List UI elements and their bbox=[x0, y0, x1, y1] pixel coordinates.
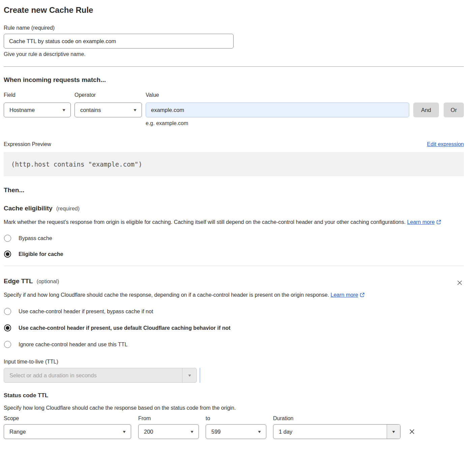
section-divider bbox=[4, 266, 464, 266]
status-code-ttl-section: Status code TTL Specify how long Cloudfl… bbox=[4, 392, 464, 439]
and-button[interactable]: And bbox=[413, 103, 439, 117]
page-title: Create new Cache Rule bbox=[4, 5, 464, 15]
rule-name-help: Give your rule a descriptive name. bbox=[4, 51, 464, 57]
close-icon bbox=[409, 431, 415, 436]
expression-code: (http.host contains "example.com") bbox=[11, 161, 142, 168]
radio-unchecked-icon bbox=[4, 308, 11, 315]
operator-select[interactable]: contains ▼ bbox=[75, 103, 142, 117]
chevron-down-icon: ▼ bbox=[133, 108, 138, 112]
edit-expression-link[interactable]: Edit expression bbox=[427, 141, 464, 147]
chevron-down-icon: ▼ bbox=[122, 430, 127, 434]
required-tag: (required) bbox=[56, 206, 80, 212]
learn-more-link[interactable]: Learn more bbox=[331, 292, 358, 298]
ttl-input-label: Input time-to-live (TTL) bbox=[4, 358, 464, 365]
chevron-down-icon: ▼ bbox=[391, 430, 396, 434]
radio-unchecked-icon bbox=[4, 235, 11, 242]
from-label: From bbox=[138, 415, 206, 422]
select-arrow-box[interactable]: ▼ bbox=[387, 425, 400, 439]
cache-eligibility-heading: Cache eligibility bbox=[4, 204, 53, 212]
field-label: Field bbox=[4, 92, 75, 98]
ttl-duration-select: Select or add a duration in seconds ▼ bbox=[4, 368, 197, 383]
cache-eligibility-description: Mark whether the request's response from… bbox=[4, 217, 464, 228]
then-heading: Then... bbox=[4, 186, 464, 194]
expression-preview-label: Expression Preview bbox=[4, 141, 51, 147]
status-code-controls-row: Range ▼ 200 ▼ 599 ▼ 1 day ▼ bbox=[4, 424, 464, 439]
scope-select-value: Range bbox=[9, 429, 26, 435]
operator-label: Operator bbox=[75, 92, 146, 98]
expression-code-block: (http.host contains "example.com") bbox=[4, 152, 464, 176]
value-label: Value bbox=[146, 92, 159, 98]
ttl-input-caret bbox=[200, 368, 200, 383]
duration-label: Duration bbox=[273, 415, 293, 422]
select-arrow-box: ▼ bbox=[182, 368, 197, 382]
cache-eligibility-section: Cache eligibility (required) Mark whethe… bbox=[4, 204, 464, 258]
match-section: When incoming requests match... Field Op… bbox=[4, 76, 464, 126]
operator-select-value: contains bbox=[80, 107, 101, 113]
external-link-icon bbox=[360, 293, 365, 298]
close-icon bbox=[456, 282, 463, 287]
scope-label: Scope bbox=[4, 415, 138, 422]
radio-unchecked-icon bbox=[4, 341, 11, 348]
or-button[interactable]: Or bbox=[444, 103, 464, 117]
ttl-select-placeholder: Select or add a duration in seconds bbox=[9, 372, 97, 379]
learn-more-link[interactable]: Learn more bbox=[407, 219, 435, 225]
chevron-down-icon: ▼ bbox=[62, 108, 66, 112]
status-code-ttl-description: Specify how long Cloudflare should cache… bbox=[4, 405, 464, 411]
rule-name-section: Rule name (required) Give your rule a de… bbox=[4, 25, 464, 57]
match-heading: When incoming requests match... bbox=[4, 76, 464, 84]
match-controls-row: Hostname ▼ contains ▼ And Or bbox=[4, 103, 464, 117]
duration-select-value: 1 day bbox=[279, 429, 292, 435]
radio-option-ignore-header[interactable]: Ignore cache-control header and use this… bbox=[4, 341, 464, 348]
edge-ttl-section: Edge TTL (optional) Specify if and how l… bbox=[4, 277, 464, 383]
optional-tag: (optional) bbox=[37, 279, 59, 285]
chevron-down-icon: ▼ bbox=[190, 430, 195, 434]
edge-ttl-description: Specify if and how long Cloudflare shoul… bbox=[4, 290, 376, 300]
to-select[interactable]: 599 ▼ bbox=[206, 424, 266, 439]
rule-name-label: Rule name (required) bbox=[4, 25, 464, 31]
to-select-value: 599 bbox=[211, 429, 221, 435]
delete-status-code-row-button[interactable] bbox=[408, 427, 416, 436]
radio-option-eligible-for-cache[interactable]: Eligible for cache bbox=[4, 251, 464, 258]
radio-option-use-header-bypass[interactable]: Use cache-control header if present, byp… bbox=[4, 308, 464, 315]
from-select[interactable]: 200 ▼ bbox=[138, 424, 199, 439]
duration-select[interactable]: 1 day ▼ bbox=[273, 424, 400, 439]
match-column-labels: Field Operator Value bbox=[4, 92, 464, 98]
field-select[interactable]: Hostname ▼ bbox=[4, 103, 71, 117]
status-code-ttl-heading: Status code TTL bbox=[4, 392, 464, 399]
radio-checked-icon bbox=[4, 251, 11, 258]
create-cache-rule-form: Create new Cache Rule Rule name (require… bbox=[0, 0, 476, 464]
close-edge-ttl-button[interactable] bbox=[455, 279, 464, 287]
scope-select[interactable]: Range ▼ bbox=[4, 424, 131, 439]
chevron-down-icon: ▼ bbox=[257, 430, 262, 434]
field-select-value: Hostname bbox=[9, 107, 35, 113]
edge-ttl-heading: Edge TTL bbox=[4, 277, 33, 285]
rule-name-input[interactable] bbox=[4, 34, 234, 49]
expression-preview-row: Expression Preview Edit expression bbox=[4, 141, 464, 147]
status-code-column-labels: Scope From to Duration bbox=[4, 415, 464, 422]
radio-checked-icon bbox=[4, 324, 11, 331]
radio-option-use-header-default[interactable]: Use cache-control header if present, use… bbox=[4, 324, 464, 331]
radio-option-bypass-cache[interactable]: Bypass cache bbox=[4, 235, 464, 242]
from-select-value: 200 bbox=[144, 429, 153, 435]
value-example-help: e.g. example.com bbox=[146, 120, 464, 126]
section-divider bbox=[4, 66, 464, 67]
external-link-icon bbox=[436, 220, 441, 226]
chevron-down-icon: ▼ bbox=[187, 373, 192, 377]
value-input[interactable] bbox=[146, 103, 409, 117]
to-label: to bbox=[206, 415, 273, 422]
